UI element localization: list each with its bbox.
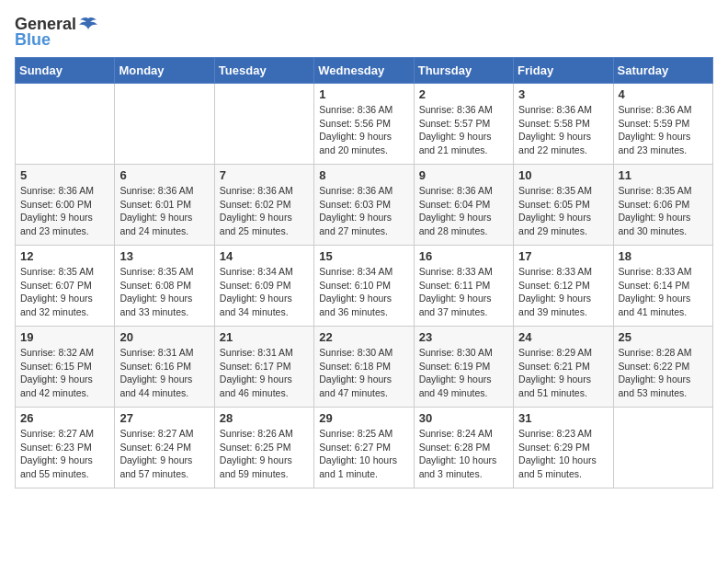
- day-number: 1: [319, 87, 408, 101]
- day-number: 24: [518, 330, 608, 344]
- weekday-header-row: SundayMondayTuesdayWednesdayThursdayFrid…: [16, 58, 713, 84]
- day-info: Sunrise: 8:25 AMSunset: 6:27 PMDaylight:…: [319, 427, 408, 481]
- day-info: Sunrise: 8:31 AMSunset: 6:16 PMDaylight:…: [119, 346, 209, 400]
- calendar-cell: [16, 84, 115, 165]
- day-info: Sunrise: 8:35 AMSunset: 6:06 PMDaylight:…: [619, 184, 708, 238]
- calendar-week-5: 26Sunrise: 8:27 AMSunset: 6:23 PMDayligh…: [16, 408, 713, 488]
- weekday-header-thursday: Thursday: [414, 58, 513, 84]
- day-number: 28: [220, 411, 309, 425]
- day-info: Sunrise: 8:29 AMSunset: 6:21 PMDaylight:…: [518, 346, 608, 400]
- calendar-cell: 9Sunrise: 8:36 AMSunset: 6:04 PMDaylight…: [414, 165, 513, 246]
- logo-bird-icon: [78, 17, 98, 33]
- day-info: Sunrise: 8:36 AMSunset: 5:58 PMDaylight:…: [518, 103, 608, 157]
- day-number: 25: [619, 330, 708, 344]
- weekday-header-saturday: Saturday: [613, 58, 712, 84]
- calendar-cell: 5Sunrise: 8:36 AMSunset: 6:00 PMDaylight…: [16, 165, 115, 246]
- day-number: 29: [319, 411, 408, 425]
- weekday-header-friday: Friday: [514, 58, 613, 84]
- weekday-header-monday: Monday: [115, 58, 214, 84]
- calendar-cell: 30Sunrise: 8:24 AMSunset: 6:28 PMDayligh…: [414, 408, 513, 488]
- day-info: Sunrise: 8:35 AMSunset: 6:05 PMDaylight:…: [518, 184, 608, 238]
- calendar-cell: 19Sunrise: 8:32 AMSunset: 6:15 PMDayligh…: [16, 327, 115, 408]
- day-number: 13: [119, 249, 209, 263]
- day-info: Sunrise: 8:30 AMSunset: 6:19 PMDaylight:…: [419, 346, 508, 400]
- day-number: 14: [220, 249, 309, 263]
- day-number: 22: [319, 330, 408, 344]
- day-info: Sunrise: 8:31 AMSunset: 6:17 PMDaylight:…: [220, 346, 309, 400]
- day-number: 9: [419, 168, 508, 182]
- calendar-cell: 3Sunrise: 8:36 AMSunset: 5:58 PMDaylight…: [514, 84, 613, 165]
- calendar-cell: [115, 84, 214, 165]
- calendar-week-1: 1Sunrise: 8:36 AMSunset: 5:56 PMDaylight…: [16, 84, 713, 165]
- calendar-cell: 2Sunrise: 8:36 AMSunset: 5:57 PMDaylight…: [414, 84, 513, 165]
- day-info: Sunrise: 8:36 AMSunset: 6:03 PMDaylight:…: [319, 184, 408, 238]
- day-info: Sunrise: 8:27 AMSunset: 6:24 PMDaylight:…: [119, 427, 209, 481]
- day-info: Sunrise: 8:36 AMSunset: 5:59 PMDaylight:…: [619, 103, 708, 157]
- calendar-cell: 4Sunrise: 8:36 AMSunset: 5:59 PMDaylight…: [613, 84, 712, 165]
- day-number: 31: [518, 411, 608, 425]
- day-info: Sunrise: 8:24 AMSunset: 6:28 PMDaylight:…: [419, 427, 508, 481]
- calendar-cell: 15Sunrise: 8:34 AMSunset: 6:10 PMDayligh…: [314, 246, 414, 327]
- day-number: 15: [319, 249, 408, 263]
- calendar-cell: 17Sunrise: 8:33 AMSunset: 6:12 PMDayligh…: [514, 246, 613, 327]
- day-info: Sunrise: 8:36 AMSunset: 6:00 PMDaylight:…: [20, 184, 109, 238]
- weekday-header-sunday: Sunday: [16, 58, 115, 84]
- day-info: Sunrise: 8:27 AMSunset: 6:23 PMDaylight:…: [20, 427, 109, 481]
- day-info: Sunrise: 8:30 AMSunset: 6:18 PMDaylight:…: [319, 346, 408, 400]
- logo: General Blue: [15, 15, 98, 50]
- day-number: 20: [119, 330, 209, 344]
- day-info: Sunrise: 8:34 AMSunset: 6:09 PMDaylight:…: [220, 265, 309, 319]
- weekday-header-wednesday: Wednesday: [314, 58, 414, 84]
- day-number: 10: [518, 168, 608, 182]
- calendar-cell: 23Sunrise: 8:30 AMSunset: 6:19 PMDayligh…: [414, 327, 513, 408]
- day-info: Sunrise: 8:34 AMSunset: 6:10 PMDaylight:…: [319, 265, 408, 319]
- day-number: 7: [220, 168, 309, 182]
- day-number: 12: [20, 249, 109, 263]
- calendar-cell: 14Sunrise: 8:34 AMSunset: 6:09 PMDayligh…: [214, 246, 313, 327]
- calendar-cell: 25Sunrise: 8:28 AMSunset: 6:22 PMDayligh…: [613, 327, 712, 408]
- calendar-cell: 10Sunrise: 8:35 AMSunset: 6:05 PMDayligh…: [514, 165, 613, 246]
- calendar-cell: 6Sunrise: 8:36 AMSunset: 6:01 PMDaylight…: [115, 165, 214, 246]
- day-number: 26: [20, 411, 109, 425]
- day-info: Sunrise: 8:36 AMSunset: 5:57 PMDaylight:…: [419, 103, 508, 157]
- day-info: Sunrise: 8:33 AMSunset: 6:11 PMDaylight:…: [419, 265, 508, 319]
- calendar-cell: 24Sunrise: 8:29 AMSunset: 6:21 PMDayligh…: [514, 327, 613, 408]
- day-number: 5: [20, 168, 109, 182]
- calendar-cell: 27Sunrise: 8:27 AMSunset: 6:24 PMDayligh…: [115, 408, 214, 488]
- calendar-cell: 16Sunrise: 8:33 AMSunset: 6:11 PMDayligh…: [414, 246, 513, 327]
- day-info: Sunrise: 8:33 AMSunset: 6:12 PMDaylight:…: [518, 265, 608, 319]
- logo-blue: Blue: [15, 30, 51, 50]
- calendar-cell: 28Sunrise: 8:26 AMSunset: 6:25 PMDayligh…: [214, 408, 313, 488]
- day-number: 16: [419, 249, 508, 263]
- day-info: Sunrise: 8:36 AMSunset: 6:04 PMDaylight:…: [419, 184, 508, 238]
- day-info: Sunrise: 8:36 AMSunset: 6:01 PMDaylight:…: [119, 184, 209, 238]
- day-number: 17: [518, 249, 608, 263]
- day-number: 30: [419, 411, 508, 425]
- day-info: Sunrise: 8:35 AMSunset: 6:07 PMDaylight:…: [20, 265, 109, 319]
- calendar-cell: 1Sunrise: 8:36 AMSunset: 5:56 PMDaylight…: [314, 84, 414, 165]
- calendar-cell: 29Sunrise: 8:25 AMSunset: 6:27 PMDayligh…: [314, 408, 414, 488]
- day-number: 6: [119, 168, 209, 182]
- day-number: 18: [619, 249, 708, 263]
- calendar-cell: 21Sunrise: 8:31 AMSunset: 6:17 PMDayligh…: [214, 327, 313, 408]
- day-info: Sunrise: 8:36 AMSunset: 5:56 PMDaylight:…: [319, 103, 408, 157]
- calendar-cell: 11Sunrise: 8:35 AMSunset: 6:06 PMDayligh…: [613, 165, 712, 246]
- day-info: Sunrise: 8:33 AMSunset: 6:14 PMDaylight:…: [619, 265, 708, 319]
- day-number: 4: [619, 87, 708, 101]
- day-number: 2: [419, 87, 508, 101]
- calendar-cell: 31Sunrise: 8:23 AMSunset: 6:29 PMDayligh…: [514, 408, 613, 488]
- day-info: Sunrise: 8:36 AMSunset: 6:02 PMDaylight:…: [220, 184, 309, 238]
- calendar-cell: 26Sunrise: 8:27 AMSunset: 6:23 PMDayligh…: [16, 408, 115, 488]
- day-number: 11: [619, 168, 708, 182]
- calendar-cell: 18Sunrise: 8:33 AMSunset: 6:14 PMDayligh…: [613, 246, 712, 327]
- calendar-cell: 22Sunrise: 8:30 AMSunset: 6:18 PMDayligh…: [314, 327, 414, 408]
- day-number: 27: [119, 411, 209, 425]
- day-info: Sunrise: 8:35 AMSunset: 6:08 PMDaylight:…: [119, 265, 209, 319]
- day-info: Sunrise: 8:23 AMSunset: 6:29 PMDaylight:…: [518, 427, 608, 481]
- day-number: 19: [20, 330, 109, 344]
- calendar-week-3: 12Sunrise: 8:35 AMSunset: 6:07 PMDayligh…: [16, 246, 713, 327]
- calendar-week-4: 19Sunrise: 8:32 AMSunset: 6:15 PMDayligh…: [16, 327, 713, 408]
- calendar-cell: 12Sunrise: 8:35 AMSunset: 6:07 PMDayligh…: [16, 246, 115, 327]
- day-number: 23: [419, 330, 508, 344]
- day-info: Sunrise: 8:32 AMSunset: 6:15 PMDaylight:…: [20, 346, 109, 400]
